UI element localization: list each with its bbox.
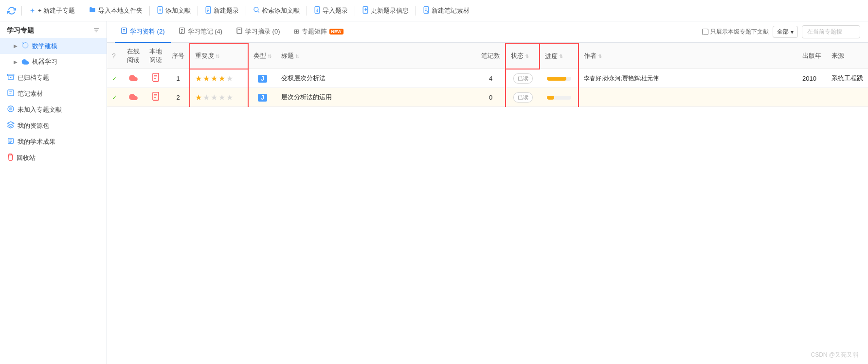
sidebar-item-trash[interactable]: 回收站 <box>0 150 107 166</box>
td-type: J <box>248 69 276 88</box>
td-year <box>797 88 827 107</box>
td-year: 2010 <box>797 69 827 88</box>
sidebar-title: 学习专题 <box>7 26 34 35</box>
td-importance: ★★★★★ <box>190 69 248 88</box>
filter-dropdown[interactable]: 全部 ▾ <box>773 26 798 38</box>
sidebar-item-math-modeling[interactable]: ▶ 数学建模 <box>0 38 107 54</box>
th-title: 标题 ⇅ <box>276 43 476 69</box>
td-local <box>145 88 167 107</box>
arrow-icon-ml: ▶ <box>14 59 18 65</box>
sort-icon-progress[interactable]: ⇅ <box>559 53 563 59</box>
sidebar-item-notes[interactable]: 笔记素材 <box>0 86 107 102</box>
archive-icon <box>7 73 15 82</box>
sidebar-item-label-archived: 已归档专题 <box>18 73 49 82</box>
import-record-button[interactable]: 导入题录 <box>309 4 353 17</box>
svg-point-24 <box>9 107 12 110</box>
show-only-input[interactable] <box>702 29 708 35</box>
add-file-icon <box>157 6 163 15</box>
tab-label-4: 专题矩阵 <box>302 27 327 36</box>
star-1[interactable]: ★ <box>195 93 202 102</box>
star-3[interactable]: ★ <box>211 93 217 102</box>
star-4[interactable]: ★ <box>218 93 225 102</box>
sort-icon-author[interactable]: ⇅ <box>598 53 602 59</box>
progress-bar-inner <box>547 77 566 81</box>
help-icon[interactable]: ? <box>112 52 116 60</box>
data-table: ? 在线阅读 本地阅读 序号 重要度 ⇅ <box>107 43 868 107</box>
td-local <box>145 69 167 88</box>
svg-rect-19 <box>7 74 14 76</box>
th-progress: 进度 ⇅ <box>540 43 579 69</box>
sidebar-item-resource[interactable]: 我的资源包 <box>0 118 107 134</box>
tab-topic-matrix[interactable]: ⊞ 专题矩阵 NEW <box>288 21 349 43</box>
show-only-label: 只展示本级专题下文献 <box>710 28 769 36</box>
plus-icon: ＋ <box>29 6 36 15</box>
new-note-button[interactable]: 新建笔记素材 <box>418 4 474 17</box>
tabs-bar: 学习资料 (2) 学习笔记 (4) 学习摘录 (0) ⊞ 专题矩阵 NE <box>107 21 868 43</box>
sidebar-item-unjoined[interactable]: 未加入专题文献 <box>0 102 107 118</box>
sort-icon-status[interactable]: ⇅ <box>525 53 529 59</box>
sort-icon-importance[interactable]: ⇅ <box>216 53 219 59</box>
toolbar: ＋ + 新建子专题 导入本地文件夹 添加文献 新建题录 检索添加文献 导入题录 <box>0 0 868 21</box>
filter-icon[interactable] <box>93 27 100 35</box>
new-record-button[interactable]: 新建题录 <box>200 4 244 17</box>
tab-label-2: 学习笔记 (4) <box>188 27 223 36</box>
tab-label-3: 学习摘录 (0) <box>245 27 280 36</box>
toolbar-separator-8 <box>416 6 416 16</box>
topic-icon <box>21 41 29 51</box>
th-year: 出版年 <box>797 43 827 69</box>
type-badge: J <box>258 94 267 102</box>
watermark: CSDN @又亮又弱 <box>811 351 858 359</box>
td-seq: 1 <box>167 69 190 88</box>
toolbar-separator-4 <box>198 6 198 16</box>
star-5[interactable]: ★ <box>226 74 233 83</box>
refresh-button[interactable] <box>4 3 19 18</box>
search-input[interactable]: 在当前专题搜 <box>802 25 860 38</box>
sidebar-item-academic[interactable]: 我的学术成果 <box>0 134 107 150</box>
pdf-icon[interactable] <box>152 94 160 102</box>
star-5[interactable]: ★ <box>226 93 233 102</box>
sidebar-header: 学习专题 <box>0 21 107 38</box>
arrow-icon: ▶ <box>14 43 18 49</box>
search-add-button[interactable]: 检索添加文献 <box>248 4 305 17</box>
th-author: 作者 ⇅ <box>579 43 797 69</box>
status-label: 状态 <box>511 52 524 60</box>
resource-icon <box>7 121 15 130</box>
trash-icon <box>7 153 14 162</box>
star-2[interactable]: ★ <box>203 74 210 83</box>
sidebar-item-label-resource: 我的资源包 <box>18 121 49 130</box>
new-sub-topic-button[interactable]: ＋ + 新建子专题 <box>24 3 80 17</box>
svg-marker-25 <box>7 121 14 125</box>
tab-study-notes[interactable]: 学习笔记 (4) <box>173 21 229 43</box>
cloud-read-icon[interactable] <box>128 73 138 83</box>
star-1[interactable]: ★ <box>195 74 202 83</box>
table-area: ? 在线阅读 本地阅读 序号 重要度 ⇅ <box>107 43 868 364</box>
sidebar-item-label: 数学建模 <box>32 42 57 51</box>
status-badge[interactable]: 已读 <box>513 92 533 103</box>
td-status: 已读 <box>506 88 540 107</box>
update-record-button[interactable]: 更新题录信息 <box>357 4 414 17</box>
tab-icon-1 <box>121 27 127 35</box>
add-literature-button[interactable]: 添加文献 <box>152 4 196 17</box>
tab-study-material[interactable]: 学习资料 (2) <box>115 21 171 43</box>
status-badge[interactable]: 已读 <box>513 73 533 84</box>
tab-study-excerpts[interactable]: 学习摘录 (0) <box>230 21 286 43</box>
star-4[interactable]: ★ <box>218 74 225 83</box>
star-3[interactable]: ★ <box>211 74 217 83</box>
sort-icon-title[interactable]: ⇅ <box>295 53 299 59</box>
svg-line-8 <box>258 11 259 13</box>
cloud-read-icon[interactable] <box>128 92 138 102</box>
sidebar-item-archived[interactable]: 已归档专题 <box>0 69 107 86</box>
td-author: 李春好;孙永河;贾艳辉;杜元伟 <box>579 69 797 88</box>
td-online <box>122 88 145 107</box>
star-2[interactable]: ★ <box>203 93 210 102</box>
progress-bar-outer <box>547 96 571 100</box>
main-layout: 学习专题 ▶ 数学建模 ▶ 机器学习 已归档专题 <box>0 21 868 364</box>
import-folder-button[interactable]: 导入本地文件夹 <box>84 4 147 17</box>
sort-icon-type[interactable]: ⇅ <box>268 53 271 59</box>
author-label: 作者 <box>584 52 597 60</box>
tab-label-1: 学习资料 (2) <box>130 27 165 36</box>
show-only-checkbox[interactable]: 只展示本级专题下文献 <box>702 28 769 36</box>
pdf-icon[interactable] <box>152 75 160 83</box>
toolbar-separator-2 <box>82 6 82 16</box>
sidebar-item-machine-learning[interactable]: ▶ 机器学习 <box>0 54 107 69</box>
